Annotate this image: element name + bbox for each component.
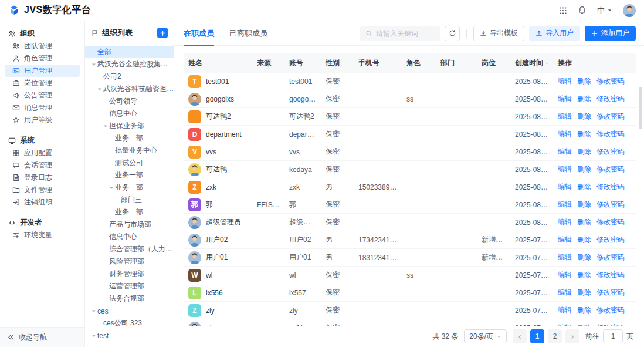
next-page-button[interactable]: › <box>565 329 579 343</box>
sidebar-item-file-management[interactable]: 文件管理 <box>5 184 80 196</box>
edit-link[interactable]: 编辑 <box>558 306 572 314</box>
apps-grid-icon[interactable] <box>559 6 567 15</box>
sidebar-item-announcement-management[interactable]: 公告管理 <box>5 89 80 102</box>
tree-item[interactable]: 全部 <box>85 46 174 58</box>
change-password-link[interactable]: 修改密码 <box>596 183 625 191</box>
tree-expand-icon[interactable] <box>91 333 96 338</box>
edit-link[interactable]: 编辑 <box>558 288 572 297</box>
import-users-button[interactable]: 导入用户 <box>529 26 580 41</box>
delete-link[interactable]: 删除 <box>577 271 591 279</box>
tree-expand-icon[interactable] <box>91 309 96 314</box>
sidebar-item-login-log[interactable]: 登录日志 <box>5 171 80 184</box>
tree-item[interactable]: ces <box>85 305 174 317</box>
edit-link[interactable]: 编辑 <box>558 165 572 173</box>
tree-item[interactable]: 产品与市场部 <box>85 218 174 231</box>
change-password-link[interactable]: 修改密码 <box>596 235 625 244</box>
sort-icon[interactable] <box>545 59 548 66</box>
goto-page-input[interactable] <box>603 329 623 343</box>
edit-link[interactable]: 编辑 <box>558 235 572 244</box>
sidebar-item-position-management[interactable]: 岗位管理 <box>5 77 80 89</box>
tree-item[interactable]: 风险管理部 <box>85 255 174 268</box>
delete-link[interactable]: 删除 <box>577 165 591 173</box>
edit-link[interactable]: 编辑 <box>558 218 572 226</box>
tree-item[interactable]: 综合管理部（人力… <box>85 243 174 255</box>
change-password-link[interactable]: 修改密码 <box>596 130 625 138</box>
change-password-link[interactable]: 修改密码 <box>596 95 625 103</box>
tree-item[interactable]: 公司领导 <box>85 95 174 107</box>
page-button-1[interactable]: 1 <box>530 329 544 343</box>
edit-link[interactable]: 编辑 <box>558 77 572 85</box>
tab-departed-members[interactable]: 已离职成员 <box>229 21 267 45</box>
sidebar-item-app-config[interactable]: 应用配置 <box>5 147 80 159</box>
add-org-button[interactable] <box>157 28 168 38</box>
add-user-button[interactable]: 添加用户 <box>585 26 636 41</box>
delete-link[interactable]: 删除 <box>577 218 591 226</box>
sidebar-item-role-management[interactable]: 角色管理 <box>5 52 80 65</box>
delete-link[interactable]: 删除 <box>577 77 591 85</box>
change-password-link[interactable]: 修改密码 <box>596 306 625 314</box>
page-button-2[interactable]: 2 <box>548 329 562 343</box>
change-password-link[interactable]: 修改密码 <box>596 112 625 120</box>
delete-link[interactable]: 删除 <box>577 183 591 191</box>
user-avatar[interactable] <box>623 4 636 17</box>
bell-icon[interactable] <box>578 6 587 15</box>
language-selector[interactable]: 中 <box>597 5 612 16</box>
sidebar-group-header-organization[interactable]: 组织 <box>5 27 80 40</box>
tree-expand-icon[interactable] <box>103 124 108 129</box>
change-password-link[interactable]: 修改密码 <box>596 165 625 173</box>
tree-item[interactable]: 信息中心 <box>85 107 174 120</box>
delete-link[interactable]: 删除 <box>577 253 591 261</box>
tree-item[interactable]: 运营管理部 <box>85 280 174 292</box>
change-password-link[interactable]: 修改密码 <box>596 271 625 279</box>
change-password-link[interactable]: 修改密码 <box>596 77 625 85</box>
edit-link[interactable]: 编辑 <box>558 253 572 261</box>
sidebar-item-env-variables[interactable]: 环境变量 <box>5 229 80 241</box>
change-password-link[interactable]: 修改密码 <box>596 218 625 226</box>
change-password-link[interactable]: 修改密码 <box>596 200 625 208</box>
tree-item[interactable]: 法务合规部 <box>85 292 174 305</box>
tree-item[interactable]: 业务二部 <box>85 206 174 218</box>
edit-link[interactable]: 编辑 <box>558 200 572 208</box>
refresh-button[interactable] <box>445 26 460 41</box>
sidebar-group-header-system[interactable]: 系统 <box>5 134 80 147</box>
delete-link[interactable]: 删除 <box>577 306 591 314</box>
tree-item[interactable]: 武汉光谷科技融资担保… <box>85 83 174 95</box>
collapse-nav-button[interactable]: 收起导航 <box>0 327 84 347</box>
edit-link[interactable]: 编辑 <box>558 183 572 191</box>
edit-link[interactable]: 编辑 <box>558 130 572 138</box>
sidebar-item-user-level[interactable]: 用户等级 <box>5 114 80 126</box>
tree-item[interactable]: 批量业务中心 <box>85 144 174 157</box>
tree-item[interactable]: 财务管理部 <box>85 268 174 280</box>
sidebar-group-header-developer[interactable]: 开发者 <box>5 216 80 229</box>
tree-item[interactable]: test <box>85 329 174 342</box>
delete-link[interactable]: 删除 <box>577 288 591 297</box>
sidebar-item-message-management[interactable]: 消息管理 <box>5 102 80 114</box>
change-password-link[interactable]: 修改密码 <box>596 147 625 156</box>
tree-item[interactable]: 信息中心 <box>85 231 174 243</box>
delete-link[interactable]: 删除 <box>577 200 591 208</box>
tree-expand-icon[interactable] <box>91 62 96 67</box>
tree-item[interactable]: ces公司 323 <box>85 317 174 329</box>
tree-item[interactable]: 公司2 <box>85 70 174 83</box>
sidebar-item-user-management[interactable]: 用户管理 <box>5 65 80 77</box>
tree-item[interactable]: 业务一部 <box>85 181 174 194</box>
tree-item[interactable]: 测试公司 <box>85 157 174 169</box>
delete-link[interactable]: 删除 <box>577 130 591 138</box>
tree-item[interactable]: 业务二部 <box>85 132 174 144</box>
edit-link[interactable]: 编辑 <box>558 271 572 279</box>
vertical-scrollbar[interactable] <box>639 87 642 129</box>
sidebar-item-team-management[interactable]: 团队管理 <box>5 40 80 52</box>
tree-expand-icon[interactable] <box>97 87 102 92</box>
tree-item[interactable]: 部门三 <box>85 194 174 206</box>
prev-page-button[interactable]: ‹ <box>513 329 527 343</box>
search-input[interactable] <box>376 29 435 38</box>
tree-expand-icon[interactable] <box>109 186 114 190</box>
delete-link[interactable]: 删除 <box>577 112 591 120</box>
edit-link[interactable]: 编辑 <box>558 147 572 156</box>
change-password-link[interactable]: 修改密码 <box>596 288 625 297</box>
tree-item[interactable]: 武汉光谷金融控股集团有… <box>85 58 174 70</box>
tree-item[interactable]: 业务一部 <box>85 169 174 181</box>
edit-link[interactable]: 编辑 <box>558 112 572 120</box>
sidebar-item-deregister-org[interactable]: 注销组织 <box>5 196 80 208</box>
sidebar-item-session-management[interactable]: 会话管理 <box>5 159 80 171</box>
